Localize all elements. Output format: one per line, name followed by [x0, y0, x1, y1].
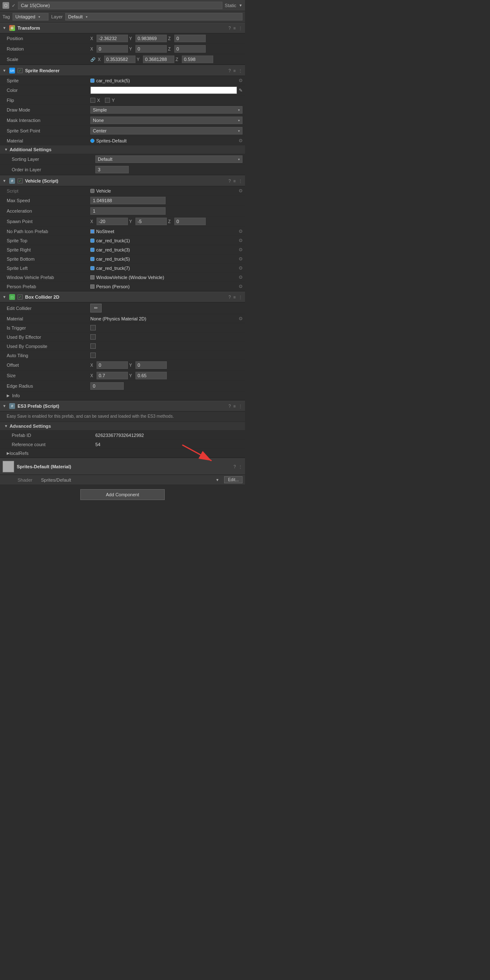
size-x-input[interactable] [97, 372, 128, 379]
mask-interaction-dropdown[interactable]: None [90, 117, 242, 124]
header-bar: ⬡ ✓ Static ▼ [0, 0, 245, 11]
visibility-toggle[interactable]: ✓ [12, 3, 15, 8]
flip-x-checkbox[interactable] [90, 98, 95, 103]
box-collider-checkbox[interactable] [18, 295, 23, 300]
auto-tiling-checkbox[interactable] [90, 353, 96, 358]
vehicle-script-header[interactable]: ▼ # Vehicle (Script) ? ≡ ⋮ [0, 175, 245, 186]
offset-y-input[interactable] [135, 361, 167, 369]
script-target-icon[interactable]: ⊙ [239, 188, 242, 193]
sprite-right-target-icon[interactable]: ⊙ [239, 247, 242, 252]
flip-x-label: X [97, 98, 100, 103]
sr-material-name: Sprites-Default [96, 138, 127, 143]
flip-y-checkbox[interactable] [105, 98, 110, 103]
sprite-top-row: Sprite Top car_red_truck(1) ⊙ [0, 236, 245, 245]
draw-mode-dropdown[interactable]: Simple [90, 106, 242, 114]
position-x-input[interactable] [97, 35, 128, 42]
material-help-icon[interactable]: ? [233, 465, 236, 469]
sprite-bottom-target-icon[interactable]: ⊙ [239, 256, 242, 262]
sprite-renderer-more-icon[interactable]: ⋮ [238, 69, 242, 73]
color-picker-icon[interactable]: ✎ [239, 88, 242, 93]
rotation-row: Rotation X Y Z [0, 44, 245, 54]
scale-z-input[interactable] [182, 56, 213, 63]
size-y-input[interactable] [135, 372, 167, 379]
sprite-top-target-icon[interactable]: ⊙ [239, 238, 242, 243]
collider-material-target-icon[interactable]: ⊙ [239, 316, 242, 321]
local-refs-row[interactable]: ▶ localRefs [0, 449, 245, 458]
es3-prefab-help-icon[interactable]: ? [229, 404, 231, 409]
sr-material-target-icon[interactable]: ⊙ [239, 138, 242, 143]
person-prefab-target-icon[interactable]: ⊙ [239, 284, 242, 289]
no-path-icon-target-icon[interactable]: ⊙ [239, 228, 242, 234]
box-collider-header[interactable]: ▼ □ Box Collider 2D ? ≡ ⋮ [0, 292, 245, 302]
scale-lock-icon: 🔗 [90, 57, 95, 62]
layer-dropdown[interactable]: Default [65, 13, 242, 20]
tag-dropdown[interactable]: Untagged [13, 13, 49, 20]
sprite-left-target-icon[interactable]: ⊙ [239, 265, 242, 271]
person-prefab-row: Person Prefab Person (Person) ⊙ [0, 282, 245, 291]
sprite-left-dot-icon [90, 266, 94, 270]
vehicle-script-more-icon[interactable]: ⋮ [238, 179, 242, 183]
no-path-icon-ref: NoStreet ⊙ [90, 228, 242, 234]
advanced-settings-header[interactable]: ▼ Advanced Settings [0, 422, 245, 431]
transform-header[interactable]: ▼ ⊕ Transform ? ≡ ⋮ [0, 23, 245, 33]
sr-material-row: Material Sprites-Default ⊙ [0, 136, 245, 145]
order-in-layer-input[interactable] [95, 166, 129, 173]
auto-tiling-row: Auto Tiling [0, 351, 245, 360]
spawn-y-input[interactable] [135, 218, 167, 225]
material-more-icon[interactable]: ⋮ [238, 465, 242, 469]
color-field[interactable] [90, 86, 237, 94]
info-section[interactable]: ▶ Info [0, 391, 245, 400]
sorting-layer-dropdown[interactable]: Default [95, 155, 242, 163]
sprite-left-label: Sprite Left [7, 266, 90, 271]
box-collider-section: ▼ □ Box Collider 2D ? ≡ ⋮ Edit Collider … [0, 292, 245, 401]
position-y-input[interactable] [135, 35, 167, 42]
transform-more-icon[interactable]: ⋮ [238, 26, 242, 30]
box-collider-settings-icon[interactable]: ≡ [233, 295, 236, 300]
used-by-composite-checkbox[interactable] [90, 343, 96, 349]
sprite-renderer-settings-icon[interactable]: ≡ [233, 69, 236, 73]
additional-settings-header[interactable]: ▼ Additional Settings [0, 145, 245, 154]
vehicle-script-help-icon[interactable]: ? [229, 179, 231, 183]
edit-collider-button[interactable]: ✏ [90, 304, 102, 312]
scale-x-input[interactable] [104, 56, 135, 63]
rotation-y-input[interactable] [135, 45, 167, 53]
script-label: Script [7, 188, 90, 193]
box-collider-more-icon[interactable]: ⋮ [238, 295, 242, 300]
rotation-x-input[interactable] [97, 45, 128, 53]
transform-settings-icon[interactable]: ≡ [233, 26, 236, 30]
used-by-effector-checkbox[interactable] [90, 334, 96, 340]
acceleration-input[interactable] [90, 207, 166, 215]
scale-y-input[interactable] [143, 56, 174, 63]
es3-prefab-settings-icon[interactable]: ≡ [233, 404, 236, 409]
sprite-renderer-help-icon[interactable]: ? [229, 69, 231, 73]
es3-prefab-header[interactable]: ▼ # ES3 Prefab (Script) ? ≡ ⋮ [0, 401, 245, 411]
sprite-right-name: car_red_truck(3) [96, 247, 130, 252]
es3-prefab-more-icon[interactable]: ⋮ [238, 404, 242, 409]
used-by-composite-label: Used By Composite [7, 344, 90, 349]
sprite-renderer-header[interactable]: ▼ SR Sprite Renderer ? ≡ ⋮ [0, 65, 245, 76]
box-collider-help-icon[interactable]: ? [229, 295, 231, 300]
window-vehicle-target-icon[interactable]: ⊙ [239, 274, 242, 280]
sprite-left-name: car_red_truck(7) [96, 266, 130, 271]
edge-radius-input[interactable] [90, 382, 124, 390]
sprite-target-icon[interactable]: ⊙ [239, 78, 242, 83]
is-trigger-checkbox[interactable] [90, 325, 96, 330]
shader-dropdown-arrow[interactable]: ▼ [216, 478, 219, 482]
vehicle-script-checkbox[interactable] [18, 178, 23, 183]
object-name-input[interactable] [18, 2, 222, 9]
position-z-input[interactable] [174, 35, 206, 42]
shader-edit-button[interactable]: Edit... [224, 476, 242, 483]
sprite-right-dot-icon [90, 248, 94, 252]
spawn-x-input[interactable] [97, 218, 128, 225]
offset-x-input[interactable] [97, 361, 128, 369]
sprite-renderer-checkbox[interactable] [18, 68, 23, 73]
edit-collider-row: Edit Collider ✏ [0, 302, 245, 314]
max-speed-input[interactable] [90, 197, 166, 204]
vehicle-script-settings-icon[interactable]: ≡ [233, 179, 236, 183]
spawn-z-input[interactable] [174, 218, 206, 225]
transform-help-icon[interactable]: ? [229, 26, 231, 30]
rotation-z-input[interactable] [174, 45, 206, 53]
sprite-sort-point-dropdown[interactable]: Center [90, 127, 242, 135]
add-component-button[interactable]: Add Component [80, 489, 165, 500]
static-dropdown-arrow[interactable]: ▼ [239, 3, 242, 8]
